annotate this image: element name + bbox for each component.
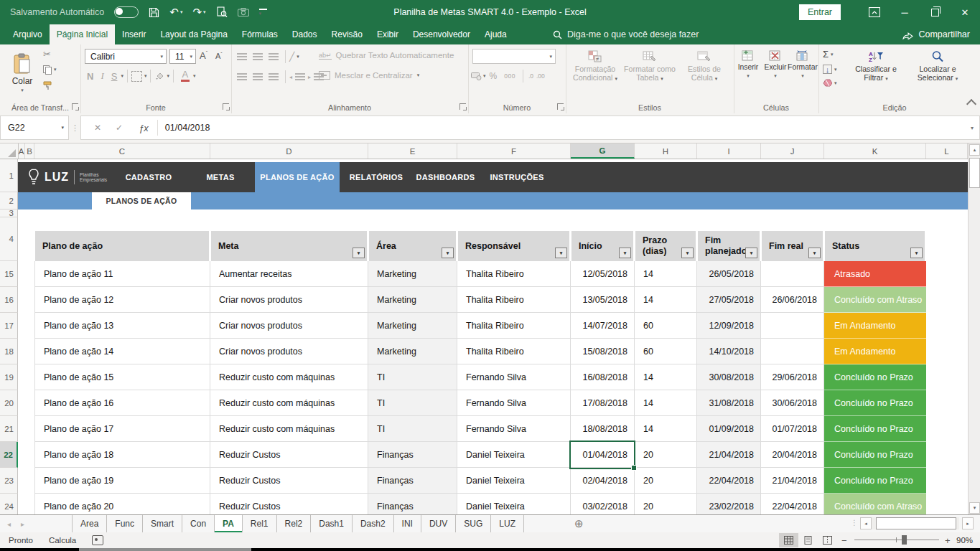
filter-dropdown-icon[interactable]: ▾ xyxy=(681,248,694,258)
row-header-21[interactable]: 21 xyxy=(0,416,18,442)
table-header-area[interactable]: Área▾ xyxy=(369,231,456,261)
table-header-meta[interactable]: Meta▾ xyxy=(211,231,367,261)
paste-button[interactable]: Colar ▾ xyxy=(6,47,39,99)
ribbon-display-options-icon[interactable] xyxy=(859,0,890,24)
nav-item-planos-de-acao[interactable]: PLANOS DE AÇÃO xyxy=(255,162,340,192)
page-layout-view-icon[interactable] xyxy=(798,533,818,547)
restore-button[interactable] xyxy=(920,0,950,24)
filter-dropdown-icon[interactable]: ▾ xyxy=(619,248,631,258)
alignment-dialog-launcher-icon[interactable] xyxy=(459,103,466,110)
redo-icon[interactable]: ↷▾ xyxy=(192,6,205,19)
table-header-plano-de-acao[interactable]: Plano de ação xyxy=(35,231,209,261)
cell-prazo[interactable]: 14 xyxy=(635,287,697,313)
cell-status[interactable]: Concluído no Prazo xyxy=(824,468,926,494)
row-header-1[interactable]: 1 xyxy=(0,159,18,192)
row-header-20[interactable]: 20 xyxy=(0,390,18,416)
clear-icon[interactable]: ▾ xyxy=(823,79,837,87)
cell-status[interactable]: Em Andamento xyxy=(824,339,926,364)
row-header-24[interactable]: 24 xyxy=(0,494,18,514)
number-format-combo[interactable]: ▾ xyxy=(472,49,556,64)
italic-icon[interactable]: I xyxy=(101,70,103,82)
enter-icon[interactable]: ✓ xyxy=(116,123,123,133)
font-size-combo[interactable]: 11▾ xyxy=(169,49,196,64)
cell-inicio[interactable]: 15/08/2018 xyxy=(571,339,635,364)
sheet-tab-rel1[interactable]: Rel1 xyxy=(243,515,277,532)
column-header-a[interactable]: A xyxy=(18,143,25,159)
cell-inicio[interactable]: 12/05/2018 xyxy=(571,261,635,287)
scroll-down-icon[interactable]: ▾ xyxy=(969,502,980,514)
column-header-k[interactable]: K xyxy=(824,143,926,159)
cell-status[interactable]: Concluído no Prazo xyxy=(824,416,926,442)
ribbon-tab-arquivo[interactable]: Arquivo xyxy=(6,24,50,44)
cell-inicio[interactable]: 01/04/2018 xyxy=(571,442,635,468)
cell-area[interactable]: Finanças xyxy=(368,442,457,468)
cell-fim_plan[interactable]: 01/09/2018 xyxy=(697,416,761,442)
cell-inicio[interactable]: 14/07/2018 xyxy=(571,313,635,339)
row-header-2[interactable]: 2 xyxy=(0,192,18,209)
cell-meta[interactable]: Reduzir custo com máquinas xyxy=(210,364,368,390)
hscroll-right-icon[interactable]: ▸ xyxy=(962,517,974,529)
format-painter-icon[interactable] xyxy=(43,80,52,90)
nav-item-relatorios[interactable]: RELATÓRIOS xyxy=(345,162,407,192)
filter-dropdown-icon[interactable]: ▾ xyxy=(555,248,567,258)
filter-dropdown-icon[interactable]: ▾ xyxy=(808,248,821,258)
cell-resp[interactable]: Thalita Ribeiro xyxy=(457,261,571,287)
sheet-nav-left-icon[interactable]: ◂ xyxy=(7,520,11,528)
orientation-icon[interactable]: ╱ xyxy=(289,52,294,62)
cell-area[interactable]: Marketing xyxy=(368,313,457,339)
fill-color-icon[interactable] xyxy=(154,72,164,81)
sheet-tab-sug[interactable]: SUG xyxy=(456,515,491,532)
cell-fim_real[interactable] xyxy=(761,261,824,287)
clipboard-dialog-launcher-icon[interactable] xyxy=(72,103,78,110)
cell-inicio[interactable]: 03/02/2018 xyxy=(571,494,635,514)
cell-plano[interactable]: Plano de ação 17 xyxy=(34,416,210,442)
name-box[interactable]: G22 ▾ xyxy=(0,116,69,140)
column-header-b[interactable]: B xyxy=(25,143,34,159)
cell-area[interactable]: Finanças xyxy=(368,494,457,514)
cell-area[interactable]: Finanças xyxy=(368,468,457,494)
shrink-font-icon[interactable]: Aˇ xyxy=(215,52,223,60)
increase-decimal-icon[interactable]: .0 xyxy=(528,72,533,80)
scroll-up-icon[interactable]: ▴ xyxy=(969,144,980,156)
cell-prazo[interactable]: 14 xyxy=(635,416,697,442)
formula-input[interactable]: 01/04/2018 xyxy=(165,123,210,133)
nav-item-dashboards[interactable]: DASHBOARDS xyxy=(414,162,477,192)
merge-center-label[interactable]: Mesclar e Centralizar xyxy=(335,71,413,80)
sheet-tab-area[interactable]: Area xyxy=(73,515,107,532)
sheet-tab-smart[interactable]: Smart xyxy=(143,515,182,532)
autosave-toggle[interactable] xyxy=(114,6,139,18)
ribbon-tab-exibir[interactable]: Exibir xyxy=(370,24,406,44)
cell-fim_real[interactable]: 20/04/2018 xyxy=(761,442,824,468)
sheet-tab-func[interactable]: Func xyxy=(107,515,143,532)
cell-plano[interactable]: Plano de ação 16 xyxy=(34,390,210,416)
cell-fim_plan[interactable]: 21/04/2018 xyxy=(697,442,761,468)
grow-font-icon[interactable]: Aˆ xyxy=(200,50,207,61)
vertical-align-icons[interactable]: ╱▾ xyxy=(234,50,299,63)
cell-status[interactable]: Atrasado xyxy=(824,261,926,287)
expand-formula-bar-icon[interactable]: ▾ xyxy=(971,125,974,131)
cell-inicio[interactable]: 16/08/2018 xyxy=(571,364,635,390)
ribbon-tab-pagina-inicial[interactable]: Página Inicial xyxy=(50,24,115,44)
cell-resp[interactable]: Thalita Ribeiro xyxy=(457,313,571,339)
cell-area[interactable]: TI xyxy=(368,364,457,390)
filter-dropdown-icon[interactable]: ▾ xyxy=(353,248,365,258)
cell-meta[interactable]: Criar novos produtos xyxy=(210,287,368,313)
merge-center-icon[interactable] xyxy=(319,71,330,80)
cell-status[interactable]: Em Andamento xyxy=(824,313,926,339)
zoom-level[interactable]: 90% xyxy=(956,532,973,548)
cell-meta[interactable]: Reduzir custo com máquinas xyxy=(210,390,368,416)
row-header-4[interactable]: 4 xyxy=(0,217,18,261)
font-color-icon[interactable]: A xyxy=(181,71,190,82)
cell-resp[interactable]: Thalita Ribeiro xyxy=(457,287,571,313)
cell-fim_real[interactable]: 26/06/2018 xyxy=(761,287,824,313)
cell-status[interactable]: Concluído com Atraso xyxy=(824,287,926,313)
sheet-nav-right-icon[interactable]: ▸ xyxy=(21,520,24,528)
cell-status[interactable]: Concluído no Prazo xyxy=(824,364,926,390)
cell-status[interactable]: Concluído com Atraso xyxy=(824,494,926,514)
ribbon-tab-ajuda[interactable]: Ajuda xyxy=(477,24,514,44)
cell-area[interactable]: TI xyxy=(368,390,457,416)
nav-item-metas[interactable]: METAS xyxy=(205,162,235,192)
cell-inicio[interactable]: 18/08/2018 xyxy=(571,416,635,442)
underline-icon[interactable]: S xyxy=(111,71,118,82)
cell-area[interactable]: Marketing xyxy=(368,287,457,313)
